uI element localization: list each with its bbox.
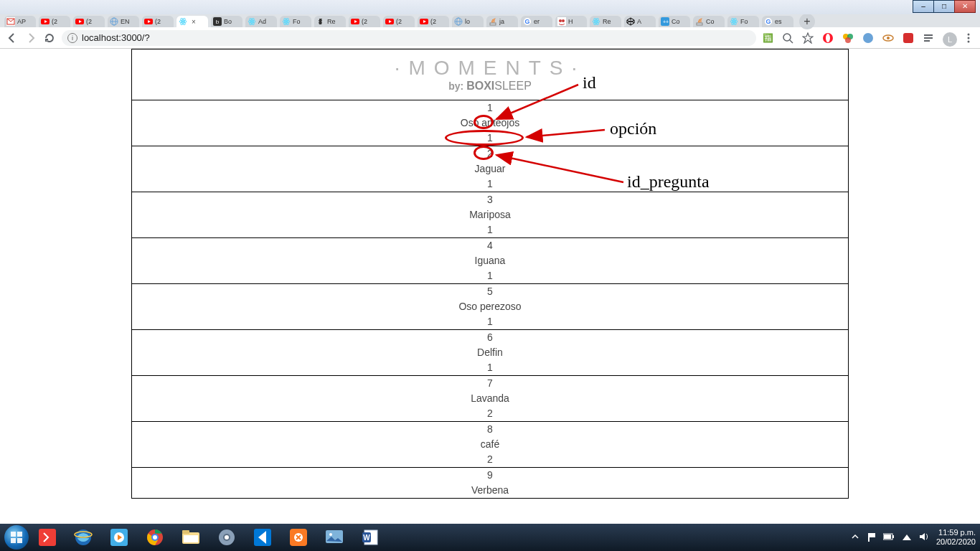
taskbar-app-vscode[interactable]: [245, 526, 280, 549]
taskbar-app-xampp[interactable]: [281, 526, 316, 549]
table-row: 6Delfin1: [132, 330, 849, 376]
browser-tab[interactable]: Re: [590, 16, 621, 27]
tray-battery-icon[interactable]: [883, 533, 895, 542]
browser-tab[interactable]: (2: [39, 16, 70, 27]
taskbar-app-word[interactable]: W: [353, 526, 387, 549]
svg-text:G: G: [524, 18, 529, 25]
browser-tab[interactable]: Re: [314, 16, 346, 27]
taskbar-app-ie[interactable]: [66, 526, 100, 549]
extension-color-icon[interactable]: [842, 32, 854, 44]
url-text: localhost:3000/?: [82, 32, 750, 43]
browser-tab[interactable]: EN: [108, 16, 139, 27]
browser-tab[interactable]: ×: [176, 16, 208, 27]
svg-point-96: [225, 535, 229, 540]
npm-icon: [557, 17, 566, 26]
tray-arrow-icon[interactable]: [852, 533, 859, 542]
tab-label: H: [568, 18, 573, 25]
browser-tab[interactable]: Fo: [727, 16, 759, 27]
logo-main-text: ·MOMENTS·: [132, 57, 848, 80]
browser-tab[interactable]: Ges: [762, 16, 793, 27]
stack-icon: [695, 17, 704, 26]
taskbar-app-chrome[interactable]: [138, 526, 172, 549]
browser-tab[interactable]: AP: [4, 16, 36, 27]
svg-text:b: b: [216, 19, 220, 25]
star-icon[interactable]: [802, 32, 814, 44]
extension-earth-icon[interactable]: [862, 32, 874, 44]
extension-opera-icon[interactable]: [822, 32, 834, 44]
browser-tab[interactable]: Ger: [521, 16, 552, 27]
browser-tab[interactable]: Ad: [245, 16, 277, 27]
cell-id-pregunta: 1: [487, 176, 493, 192]
logo-by: by:: [448, 80, 463, 92]
table-row: 5Oso perezoso1: [132, 284, 849, 330]
svg-rect-80: [11, 538, 16, 543]
new-tab-button[interactable]: +: [799, 14, 815, 29]
site-info-icon[interactable]: i: [67, 33, 77, 43]
tray-clock[interactable]: 11:59 p.m. 20/02/2020: [936, 528, 976, 547]
youtube-icon: [420, 17, 428, 26]
browser-tab[interactable]: (2: [383, 16, 415, 27]
cell-id-pregunta: 1: [487, 131, 493, 146]
reload-button[interactable]: [43, 32, 56, 44]
table-row: 2Jaguar1: [132, 146, 849, 192]
browser-tab[interactable]: (2: [349, 16, 380, 27]
browser-tab[interactable]: (2: [73, 16, 105, 27]
taskbar-app-anydesk[interactable]: [30, 526, 65, 549]
address-bar[interactable]: i localhost:3000/?: [62, 30, 756, 46]
reading-list-icon[interactable]: [923, 32, 934, 44]
window-close-button[interactable]: ✕: [954, 0, 976, 13]
svg-line-57: [790, 40, 793, 43]
tray-network-icon[interactable]: [902, 532, 912, 542]
youtube-icon: [144, 17, 153, 26]
extension-eye-icon[interactable]: [882, 32, 894, 44]
taskbar-app-mediaplayer[interactable]: [102, 526, 136, 549]
svg-point-65: [887, 37, 890, 39]
svg-rect-79: [17, 532, 22, 537]
chrome-menu-icon[interactable]: [963, 32, 974, 44]
google-icon: G: [523, 17, 532, 26]
tab-label: es: [775, 18, 782, 25]
svg-rect-108: [884, 534, 891, 539]
browser-tab[interactable]: Co: [693, 16, 725, 27]
profile-avatar[interactable]: L: [943, 32, 954, 44]
browser-tab[interactable]: bBo: [211, 16, 242, 27]
back-button[interactable]: [6, 32, 19, 44]
tray-sound-icon[interactable]: [919, 532, 929, 542]
browser-tab[interactable]: (2: [142, 16, 174, 27]
cell-id-pregunta: 2: [487, 406, 493, 421]
tab-label: Re: [327, 18, 336, 25]
gmail-icon: [6, 17, 15, 26]
svg-rect-92: [182, 530, 189, 534]
start-button[interactable]: [4, 525, 29, 550]
browser-tab[interactable]: A: [624, 16, 656, 27]
zoom-icon[interactable]: [782, 32, 793, 44]
translate-icon[interactable]: 🈯: [762, 32, 773, 44]
forward-button[interactable]: [24, 32, 37, 44]
taskbar-app-photos[interactable]: [317, 526, 352, 549]
svg-text:W: W: [363, 534, 370, 542]
tab-label: (2: [155, 18, 161, 25]
svg-rect-105: [868, 533, 870, 542]
tab-close-icon[interactable]: ×: [192, 18, 196, 26]
tab-label: EN: [121, 18, 130, 25]
svg-point-56: [783, 34, 791, 41]
tray-flag-icon[interactable]: [866, 532, 876, 543]
page-viewport[interactable]: ·MOMENTS· by: BOXISLEEP 1Oso anteojos12J…: [0, 49, 980, 524]
taskbar-app-chromium[interactable]: [209, 526, 244, 549]
extension-adblock-icon[interactable]: [903, 32, 914, 44]
taskbar-app-explorer[interactable]: [174, 526, 208, 549]
window-maximize-button[interactable]: □: [933, 0, 955, 13]
cell-id: 7: [487, 376, 493, 391]
browser-tab[interactable]: ja: [486, 16, 518, 27]
browser-tab[interactable]: ++Co: [659, 16, 690, 27]
window-minimize-button[interactable]: –: [913, 0, 934, 13]
cplus-icon: ++: [661, 17, 669, 26]
table-header-logo: ·MOMENTS· by: BOXISLEEP: [132, 50, 849, 100]
window-titlebar: – □ ✕: [0, 0, 980, 14]
cell-id: 9: [487, 468, 493, 483]
browser-tab[interactable]: (2: [418, 16, 449, 27]
browser-tab[interactable]: H: [555, 16, 587, 27]
browser-tab[interactable]: lo: [452, 16, 484, 27]
cell-opcion: Lavanda: [471, 391, 509, 406]
browser-tab[interactable]: Fo: [280, 16, 311, 27]
